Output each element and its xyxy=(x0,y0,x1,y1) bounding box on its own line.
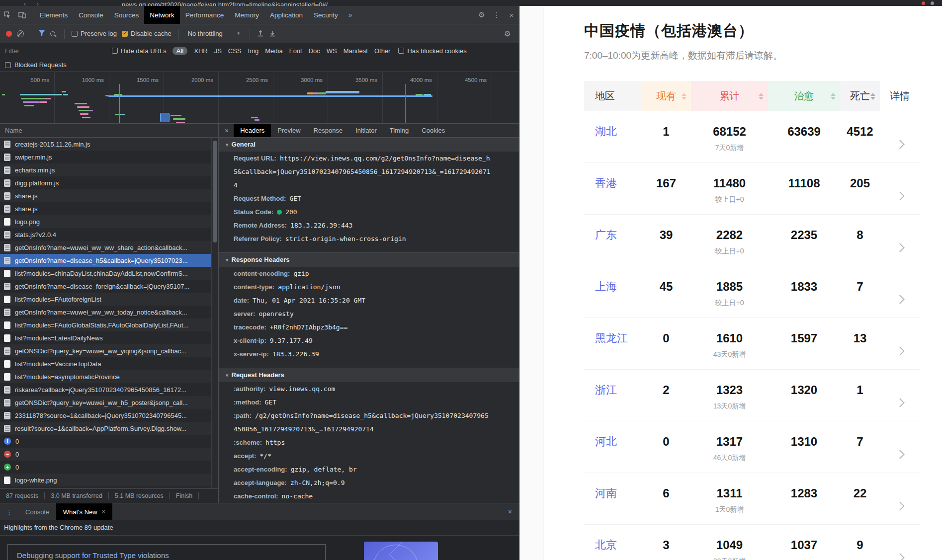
resource-type-chip[interactable]: Other xyxy=(374,47,391,55)
devtools-tab[interactable]: Console xyxy=(73,6,109,24)
network-settings-gear-icon[interactable]: ⚙ xyxy=(500,29,515,38)
address-bar-url[interactable]: news.qq.com/zt2020/page/feiyan.htm?from=… xyxy=(122,1,328,6)
browser-nav-icons[interactable]: ‹› xyxy=(24,0,50,6)
close-drawer-icon[interactable]: × xyxy=(501,508,519,516)
column-header[interactable]: 死亡 xyxy=(840,81,880,111)
export-har-icon[interactable] xyxy=(269,29,276,38)
chevron-right-icon[interactable] xyxy=(895,191,904,200)
disable-cache-checkbox[interactable]: Disable cache xyxy=(122,30,171,37)
search-icon[interactable] xyxy=(50,31,55,36)
region-link[interactable]: 河南 xyxy=(595,486,617,501)
request-row[interactable]: getONSDict?query_key=wuwei_ww_h5_poster&… xyxy=(0,396,218,409)
chevron-right-icon[interactable] xyxy=(895,243,904,252)
region-link[interactable]: 浙江 xyxy=(595,383,617,398)
region-link[interactable]: 河北 xyxy=(595,434,617,449)
chevron-right-icon[interactable] xyxy=(895,553,904,560)
throttling-select[interactable]: No throttling ▼ xyxy=(186,30,243,37)
request-row[interactable]: result?source=1&callback=AppPlatform.Sur… xyxy=(0,422,218,435)
details-tab[interactable]: Timing xyxy=(383,124,416,137)
request-row[interactable]: getOnsInfo?name=wuwei_ww_ww_today_notice… xyxy=(0,306,218,319)
devtools-tab[interactable]: Sources xyxy=(109,6,145,24)
request-row[interactable]: getOnsInfo?name=wuwei_ww_ww_share_action… xyxy=(0,241,218,254)
blocked-requests-checkbox[interactable] xyxy=(5,62,11,68)
details-tab[interactable]: Response xyxy=(307,124,349,137)
request-list-scrollbar[interactable] xyxy=(211,138,218,488)
devtools-tab[interactable]: Performance xyxy=(180,6,229,24)
request-row[interactable]: list?modules=VaccineTopData xyxy=(0,357,218,370)
inspect-element-icon[interactable] xyxy=(0,6,15,24)
request-row[interactable]: 0 xyxy=(0,448,218,461)
devtools-tab[interactable]: Elements xyxy=(34,6,73,24)
resource-type-chip[interactable]: Manifest xyxy=(343,47,368,55)
details-tab[interactable]: Cookies xyxy=(415,124,451,137)
more-tabs-icon[interactable]: » xyxy=(343,11,357,19)
has-blocked-cookies-checkbox[interactable]: Has blocked cookies xyxy=(398,47,466,55)
request-row[interactable]: list?modules=LatestDailyNews xyxy=(0,331,218,344)
request-row[interactable]: 0 xyxy=(0,435,218,448)
sort-arrows-icon[interactable] xyxy=(831,93,836,100)
collapse-caret-icon[interactable]: ▾ xyxy=(226,372,229,378)
profile-icon[interactable] xyxy=(931,1,934,5)
region-link[interactable]: 湖北 xyxy=(595,124,617,139)
region-link[interactable]: 黑龙江 xyxy=(595,331,628,346)
network-overview-timeline[interactable]: 500 ms 1000 ms 1500 ms 2000 ms 2500 ms 3… xyxy=(0,72,519,124)
resource-type-chip[interactable]: Media xyxy=(265,47,282,55)
request-row[interactable]: stats.js?v2.0.4 xyxy=(0,228,218,241)
trusted-type-violations-link[interactable]: Debugging support for Trusted Type viola… xyxy=(17,551,169,560)
chevron-right-icon[interactable] xyxy=(895,398,904,407)
resource-type-chip[interactable]: CSS xyxy=(228,47,242,55)
request-row[interactable]: getOnsInfo?name=disease_foreign&callback… xyxy=(0,280,218,293)
request-row[interactable]: getOnsInfo?name=disease_h5&callback=jQue… xyxy=(0,254,218,267)
column-header[interactable]: 累计 xyxy=(691,81,768,111)
request-row[interactable]: list?modules=FAutoGlobalStatis,FAutoGlob… xyxy=(0,319,218,331)
region-link[interactable]: 上海 xyxy=(595,279,617,294)
extension-icon[interactable] xyxy=(922,1,925,5)
record-network-log-icon[interactable] xyxy=(6,31,12,37)
region-link[interactable]: 北京 xyxy=(595,538,617,553)
close-devtools-icon[interactable]: × xyxy=(504,11,519,19)
request-row[interactable]: getONSDict?query_key=wuwei_ww_yiqing&jso… xyxy=(0,344,218,357)
resource-type-chip[interactable]: XHR xyxy=(194,47,207,55)
sort-arrows-icon[interactable] xyxy=(759,93,764,100)
devtools-tab[interactable]: Security xyxy=(308,6,343,24)
resource-type-chip[interactable]: Doc xyxy=(309,47,320,55)
import-har-icon[interactable] xyxy=(257,29,264,38)
clear-network-log-icon[interactable] xyxy=(17,30,24,37)
settings-gear-icon[interactable]: ⚙ xyxy=(474,10,489,19)
devtools-tab[interactable]: Memory xyxy=(229,6,264,24)
column-header[interactable]: 现有 xyxy=(641,81,691,111)
request-row[interactable]: share.js xyxy=(0,202,218,215)
request-row[interactable]: riskarea?callback=jQuery3510702340796545… xyxy=(0,383,218,396)
chevron-right-icon[interactable] xyxy=(895,450,904,459)
request-row[interactable]: list?modules=chinaDayList,chinaDayAddLis… xyxy=(0,267,218,280)
request-row[interactable]: digg.platform.js xyxy=(0,176,218,189)
devtools-tab[interactable]: Application xyxy=(264,6,308,24)
resource-type-chip[interactable]: Img xyxy=(248,47,259,55)
request-row[interactable]: echarts.min.js xyxy=(0,163,218,176)
chevron-right-icon[interactable] xyxy=(895,346,904,355)
hide-data-urls-checkbox[interactable]: Hide data URLs xyxy=(112,47,167,55)
column-header[interactable]: 详情 xyxy=(880,81,920,111)
details-tab[interactable]: Initiator xyxy=(349,124,383,137)
resource-type-chip[interactable]: Font xyxy=(289,47,302,55)
resource-type-chip[interactable]: JS xyxy=(214,47,222,55)
request-row[interactable]: list?modules=FAutoforeignList xyxy=(0,293,218,306)
drawer-tab-whats-new[interactable]: What's New × xyxy=(56,503,112,520)
preserve-log-checkbox[interactable]: Preserve log xyxy=(72,30,117,37)
close-details-icon[interactable]: × xyxy=(219,127,234,135)
sort-arrows-icon[interactable] xyxy=(870,93,875,100)
details-tab[interactable]: Preview xyxy=(271,124,307,137)
request-row[interactable]: 23311878?source=1&callback=jQuery3510702… xyxy=(0,409,218,422)
request-row[interactable]: swiper.min.js xyxy=(0,151,218,163)
resource-type-chip[interactable]: WS xyxy=(327,47,337,55)
request-row[interactable]: share.js xyxy=(0,189,218,202)
region-link[interactable]: 香港 xyxy=(595,176,617,191)
column-header[interactable]: 治愈 xyxy=(768,81,840,111)
column-header[interactable]: 地区 xyxy=(584,81,641,111)
chevron-right-icon[interactable] xyxy=(895,140,904,149)
sort-arrows-icon[interactable] xyxy=(682,93,686,100)
region-link[interactable]: 广东 xyxy=(595,228,617,242)
chevron-right-icon[interactable] xyxy=(895,501,904,510)
collapse-caret-icon[interactable]: ▾ xyxy=(226,142,229,148)
chevron-right-icon[interactable] xyxy=(895,295,904,304)
